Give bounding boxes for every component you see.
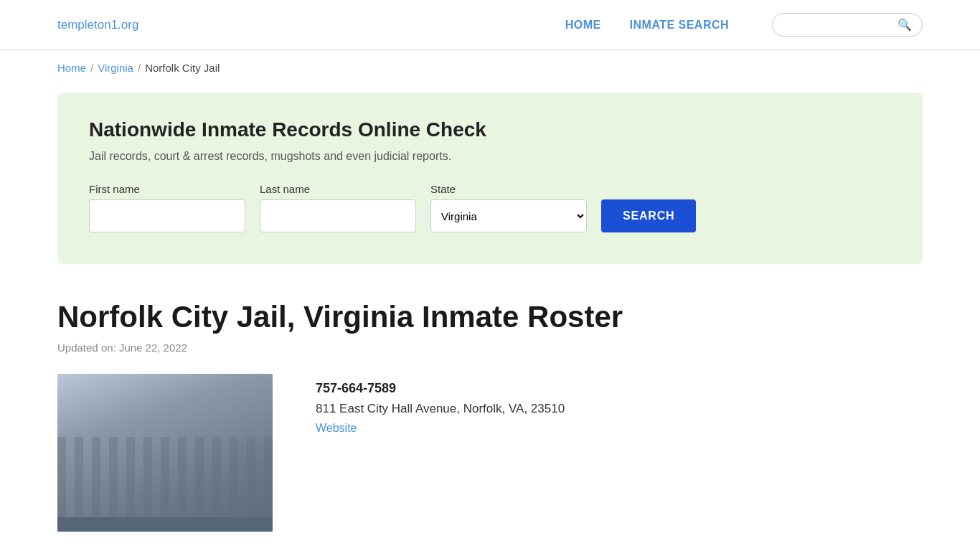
site-logo[interactable]: templeton1.org [57, 18, 138, 32]
state-label: State [430, 183, 587, 195]
info-section: 757-664-7589 811 East City Hall Avenue, … [57, 374, 923, 532]
first-name-group: First name [89, 183, 245, 232]
main-content: Norfolk City Jail, Virginia Inmate Roste… [0, 286, 980, 546]
breadcrumb: Home / Virginia / Norfolk City Jail [0, 50, 980, 85]
breadcrumb-sep-2: / [138, 62, 141, 74]
nav-home-link[interactable]: HOME [565, 19, 601, 32]
search-panel-title: Nationwide Inmate Records Online Check [89, 118, 891, 141]
nav-search-box: 🔍 [772, 13, 923, 37]
search-panel-description: Jail records, court & arrest records, mu… [89, 150, 891, 163]
search-icon: 🔍 [897, 18, 912, 32]
jail-building-image [57, 374, 273, 532]
state-select[interactable]: Virginia Alabama Alaska Arizona Arkansas… [430, 199, 587, 232]
search-panel: Nationwide Inmate Records Online Check J… [57, 93, 923, 264]
page-title: Norfolk City Jail, Virginia Inmate Roste… [57, 300, 923, 334]
last-name-group: Last name [260, 183, 416, 232]
first-name-input[interactable] [89, 199, 245, 232]
updated-date: Updated on: June 22, 2022 [57, 342, 923, 354]
breadcrumb-current: Norfolk City Jail [145, 62, 220, 74]
breadcrumb-sep-1: / [90, 62, 93, 74]
search-form: First name Last name State Virginia Alab… [89, 183, 891, 232]
breadcrumb-state[interactable]: Virginia [98, 62, 133, 74]
first-name-label: First name [89, 183, 245, 195]
breadcrumb-home[interactable]: Home [57, 62, 86, 74]
search-button[interactable]: SEARCH [601, 199, 696, 232]
state-group: State Virginia Alabama Alaska Arizona Ar… [430, 183, 587, 232]
last-name-label: Last name [260, 183, 416, 195]
nav-links: HOME INMATE SEARCH [565, 19, 729, 32]
jail-address: 811 East City Hall Avenue, Norfolk, VA, … [316, 402, 565, 416]
nav-inmate-search-link[interactable]: INMATE SEARCH [630, 19, 729, 32]
last-name-input[interactable] [260, 199, 416, 232]
jail-phone: 757-664-7589 [316, 381, 565, 396]
nav-search-input[interactable] [783, 19, 895, 31]
jail-website-link[interactable]: Website [316, 422, 565, 435]
jail-details: 757-664-7589 811 East City Hall Avenue, … [316, 374, 565, 435]
navigation: templeton1.org HOME INMATE SEARCH 🔍 [0, 0, 980, 50]
